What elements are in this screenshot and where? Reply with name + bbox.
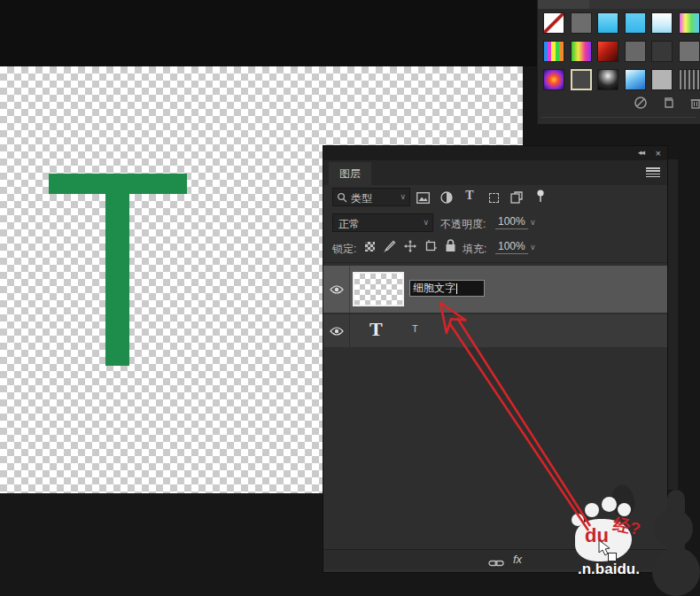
- layer-row-text[interactable]: T T: [323, 314, 667, 347]
- opacity-value[interactable]: 100%: [495, 215, 528, 229]
- blend-mode-value: 正常: [338, 217, 360, 232]
- watermark-url-text: .n.baidu.: [578, 561, 640, 578]
- chevron-down-icon[interactable]: ∨: [530, 218, 536, 227]
- search-icon: [337, 192, 347, 205]
- tab-layers[interactable]: 图层: [329, 162, 371, 185]
- gradient-swatches-panel: [537, 0, 700, 124]
- gradient-swatch[interactable]: [625, 41, 646, 62]
- close-panel-icon[interactable]: ×: [656, 148, 660, 159]
- gradient-swatch[interactable]: [571, 41, 592, 62]
- chevron-down-icon[interactable]: ∨: [530, 243, 536, 252]
- fill-value[interactable]: 100%: [495, 240, 528, 254]
- layer-row-selected[interactable]: 细胞文字: [323, 266, 667, 313]
- panel-tab-row: 图层: [323, 160, 667, 185]
- gradient-swatch[interactable]: [625, 12, 646, 34]
- text-layer-thumbnail[interactable]: T: [369, 318, 383, 341]
- chevron-down-icon: ∨: [400, 192, 406, 201]
- gradient-swatch[interactable]: [679, 69, 700, 90]
- attribute-filter-icon[interactable]: [533, 188, 548, 204]
- watermark-paw-toe: [602, 497, 617, 512]
- filter-type-label: 类型: [351, 191, 372, 206]
- blend-mode-dropdown[interactable]: 正常 ∨: [332, 213, 433, 232]
- shape-filter-icon[interactable]: [486, 190, 502, 205]
- canvas-letter-T-stem: [105, 174, 129, 366]
- text-caret: [456, 283, 457, 294]
- lock-move-icon[interactable]: [403, 239, 417, 253]
- visibility-toggle[interactable]: [323, 266, 350, 313]
- gradient-swatch[interactable]: [597, 12, 618, 34]
- lock-paint-icon[interactable]: [383, 239, 397, 253]
- lock-all-icon[interactable]: [443, 238, 457, 252]
- collapse-panel-icon[interactable]: ◂◂: [638, 148, 644, 157]
- no-gradient-icon[interactable]: [634, 96, 648, 110]
- divider: [323, 262, 667, 263]
- swatches-panel-tab[interactable]: [538, 0, 589, 9]
- lock-label: 锁定:: [332, 242, 356, 257]
- gradient-swatch[interactable]: [571, 12, 592, 34]
- divider: [541, 117, 696, 118]
- lock-artboard-icon[interactable]: [424, 239, 438, 253]
- eye-icon: [330, 327, 344, 336]
- layer-effects-button[interactable]: fx: [513, 553, 522, 566]
- canvas-background: [0, 0, 537, 66]
- gradient-swatch[interactable]: [543, 12, 564, 34]
- layer-thumbnail-transparent[interactable]: [353, 272, 404, 306]
- gradient-swatch[interactable]: [597, 69, 618, 90]
- gradient-swatch[interactable]: [597, 41, 618, 62]
- new-swatch-icon[interactable]: [662, 96, 676, 110]
- panel-header-bar: ◂◂ ×: [323, 146, 667, 160]
- watermark-paw-toe: [585, 503, 599, 517]
- gradient-swatch[interactable]: [679, 12, 700, 34]
- layer-name[interactable]: T: [412, 323, 418, 334]
- watermark-blob: [654, 509, 693, 548]
- lock-transparent-icon[interactable]: [362, 239, 377, 253]
- chevron-down-icon: ∨: [423, 218, 429, 227]
- gradient-swatch[interactable]: [679, 41, 700, 62]
- mouse-cursor-copy-box: [608, 553, 617, 561]
- smart-object-filter-icon[interactable]: [509, 190, 525, 205]
- gradient-swatch[interactable]: [651, 69, 673, 90]
- layer-name-input[interactable]: 细胞文字: [409, 280, 485, 297]
- watermark-blob: [652, 547, 700, 596]
- opacity-label: 不透明度:: [440, 217, 486, 232]
- delete-swatch-icon[interactable]: [688, 96, 700, 110]
- type-filter-icon[interactable]: T: [462, 188, 478, 204]
- background-strip: [667, 159, 678, 490]
- gradient-swatch[interactable]: [651, 41, 673, 62]
- link-layers-icon[interactable]: [488, 555, 504, 571]
- adjustment-filter-icon[interactable]: [439, 190, 455, 205]
- fill-label: 填充:: [463, 242, 486, 257]
- image-filter-icon[interactable]: [415, 190, 431, 205]
- panel-menu-icon[interactable]: [646, 167, 660, 177]
- gradient-swatch[interactable]: [543, 41, 564, 62]
- gradient-swatch[interactable]: [625, 69, 646, 90]
- eye-icon: [330, 285, 344, 294]
- gradient-swatch[interactable]: [651, 12, 673, 34]
- gradient-swatch[interactable]: [543, 69, 564, 90]
- gradient-swatch-selected[interactable]: [571, 69, 592, 90]
- layer-filter-dropdown[interactable]: 类型 ∨: [332, 188, 410, 206]
- visibility-toggle[interactable]: [323, 314, 350, 347]
- watermark-du-text: du: [585, 524, 609, 547]
